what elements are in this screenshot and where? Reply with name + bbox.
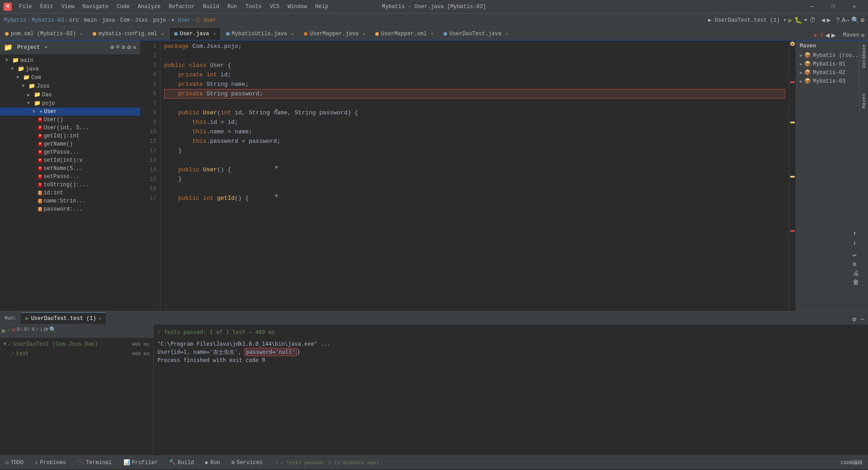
menu-help[interactable]: Help	[311, 3, 332, 11]
tree-jsxs-folder[interactable]: ▼ 📁 Jsxs	[0, 82, 140, 90]
close-button[interactable]: ✕	[844, 0, 864, 14]
breadcrumb-mybatis03[interactable]: Mybatis-03	[32, 17, 64, 24]
run-down-icon[interactable]: ↓	[40, 326, 43, 335]
tab-pom-xml[interactable]: pom.xml (Mybatis-03) ✕	[0, 27, 88, 40]
tree-main-folder[interactable]: ▼ 📁 main	[0, 56, 140, 65]
breadcrumb-jsxs[interactable]: Jsxs	[135, 17, 148, 24]
tree-field-id[interactable]: F id:int	[0, 189, 140, 197]
run-config-selector[interactable]: ▶ UserDaoTest.test (1) ▾	[708, 17, 787, 24]
code-content[interactable]: package Com.Jsxs.pojo; public class User…	[160, 41, 789, 311]
run-sort-desc-icon[interactable]: ≡↑	[24, 326, 30, 335]
debug-button[interactable]: 🐛	[794, 16, 802, 24]
maven-settings-icon[interactable]: ⚙	[861, 32, 864, 39]
run-stop-icon[interactable]: ⊘	[12, 326, 15, 335]
menu-window[interactable]: Window	[284, 3, 311, 11]
tree-method-tostring[interactable]: M toString():...	[0, 181, 140, 189]
menu-vcs[interactable]: VCS	[266, 3, 283, 11]
bottom-tab-run[interactable]: ▶ UserDaoTest.test (1) ✕	[21, 312, 105, 324]
breadcrumb-java[interactable]: java	[102, 17, 115, 24]
tree-method-setpassword[interactable]: M setPasso...	[0, 173, 140, 181]
tree-method-user-int[interactable]: M User(int, S...	[0, 124, 140, 132]
test-method-item[interactable]: ✓ test 409 ms	[0, 349, 153, 358]
run-search-icon[interactable]: 🔍	[49, 326, 56, 335]
menu-run[interactable]: Run	[224, 3, 241, 11]
settings-tree-icon[interactable]: ⚙	[127, 43, 131, 51]
run-refresh-icon[interactable]: ⟳	[44, 326, 48, 335]
problems-tab[interactable]: ⚠ Problems	[29, 459, 72, 466]
tree-method-setid[interactable]: M setId(int):v	[0, 156, 140, 164]
run-sort-asc-icon[interactable]: ≡↓	[17, 326, 23, 335]
maven-item-01[interactable]: ▶ 📦 Mybatis-01	[796, 60, 868, 68]
tab-close-user-java[interactable]: ✕	[213, 31, 216, 37]
tab-usermapper-xml[interactable]: UserMapper.xml ✕	[370, 27, 439, 40]
tree-com-folder[interactable]: ▼ 📁 Com	[0, 73, 140, 82]
settings-button[interactable]: ⚙	[861, 16, 864, 24]
menu-navigate[interactable]: Navigate	[79, 3, 112, 11]
tab-usermapper-java[interactable]: UserMapper.java ✕	[299, 27, 370, 40]
tree-method-getid[interactable]: M getId():int	[0, 132, 140, 140]
tab-userdaotest[interactable]: UserDaoTest.java ✕	[439, 27, 513, 40]
tree-field-password[interactable]: F password:...	[0, 205, 140, 213]
run-filter-icon[interactable]: ≡	[31, 326, 34, 335]
tree-field-name[interactable]: F name:Strin...	[0, 197, 140, 205]
editor-scroll[interactable]: 1 2 3 4 5 6 7 8 9 10 11 12 13 14 15 16 1…	[140, 41, 796, 311]
breadcrumb-src[interactable]: src	[69, 17, 79, 24]
tab-mybatisutils[interactable]: MybatisUtils.java ✕	[221, 27, 299, 40]
run-button[interactable]: ▶	[788, 16, 793, 25]
maximize-button[interactable]: ❐	[823, 0, 843, 14]
locate-icon[interactable]: ⊕	[110, 43, 114, 51]
menu-file[interactable]: File	[15, 3, 36, 11]
fold-line-17[interactable]: ▼	[275, 193, 278, 199]
menu-analyze[interactable]: Analyze	[134, 3, 164, 11]
run-play-icon[interactable]: ▶	[2, 326, 6, 335]
tree-method-user-noarg[interactable]: M User()	[0, 116, 140, 124]
settings-bottom-icon[interactable]: ⚙	[850, 315, 858, 324]
todo-tab[interactable]: ☑ TODO	[0, 459, 29, 466]
translate-button[interactable]: A↔	[842, 17, 849, 24]
menu-build[interactable]: Build	[199, 3, 223, 11]
maven-item-02[interactable]: ▶ 📦 Mybatis-02	[796, 68, 868, 77]
maven-vtab[interactable]: Maven	[859, 90, 868, 112]
tree-java-folder[interactable]: ▼ 📁 java	[0, 65, 140, 73]
tree-method-getname[interactable]: M getName()	[0, 140, 140, 148]
tab-close-userdaotest[interactable]: ✕	[505, 31, 508, 37]
menu-refactor[interactable]: Refactor	[165, 3, 198, 11]
menu-edit[interactable]: Edit	[37, 3, 57, 11]
menu-code[interactable]: Code	[113, 3, 133, 11]
sort-icon[interactable]: ≋	[122, 43, 125, 51]
tree-pojo-folder[interactable]: ▼ 📁 pojo	[0, 99, 140, 108]
close-sidebar-icon[interactable]: ✕	[133, 43, 137, 51]
coverage-button[interactable]: ☂	[804, 16, 807, 24]
fold-line-8[interactable]: ▼	[275, 108, 278, 113]
breadcrumb-pojo[interactable]: pojo	[153, 17, 166, 24]
scroll-left-tab[interactable]: ◀	[825, 31, 830, 40]
tab-user-java[interactable]: User.java ✕	[169, 27, 221, 40]
breadcrumb-com[interactable]: Com	[120, 17, 130, 24]
back-button[interactable]: ◀	[821, 16, 825, 24]
tree-method-setname[interactable]: M setName(S...	[0, 164, 140, 173]
terminal-tab[interactable]: ⬛ Terminal	[72, 459, 118, 466]
run-tab-close[interactable]: ✕	[99, 316, 101, 321]
database-tab[interactable]: Database	[859, 41, 868, 72]
scroll-right-tab[interactable]: ▶	[831, 31, 836, 40]
menu-view[interactable]: View	[58, 3, 78, 11]
services-tab[interactable]: ⚙ Services	[226, 459, 269, 466]
tab-close-mybatisutils[interactable]: ✕	[291, 31, 294, 37]
run-tab-bottom[interactable]: ▶ Run	[200, 459, 226, 466]
tab-close-pom[interactable]: ✕	[80, 31, 83, 37]
tab-close-mybatis-config[interactable]: ✕	[161, 31, 164, 37]
tree-user-class[interactable]: ▼ ● User	[0, 108, 140, 116]
profile-button[interactable]: ⏱	[809, 17, 816, 24]
breadcrumb-main[interactable]: main	[84, 17, 97, 24]
project-dropdown-icon[interactable]: ▾	[44, 44, 47, 50]
menu-tools[interactable]: Tools	[242, 3, 265, 11]
forward-button[interactable]: ▶	[827, 16, 830, 24]
maven-item-03[interactable]: ▶ 📦 Mybatis-03	[796, 77, 868, 85]
collapse-icon[interactable]: ≡	[116, 43, 119, 51]
tree-method-getpassword[interactable]: M getPasso...	[0, 148, 140, 156]
test-suite-item[interactable]: ▼ ✓ UserDaoTest (Com.Jsxs.Dao) 409 ms	[0, 339, 153, 349]
breadcrumb-mybatis[interactable]: Mybatis	[4, 17, 26, 24]
run-up-icon[interactable]: ↑	[36, 326, 39, 335]
breadcrumb-user-interface[interactable]: ⬡ User	[196, 17, 217, 24]
search-everywhere-button[interactable]: 🔍	[851, 16, 859, 24]
